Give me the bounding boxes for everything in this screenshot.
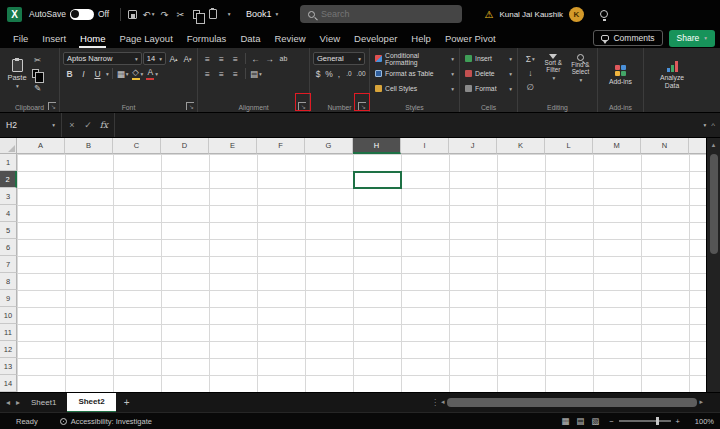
font-size-combobox[interactable]: 14 ▾ <box>143 52 166 65</box>
search-box[interactable] <box>300 5 462 23</box>
align-left-button[interactable]: ≡ <box>201 67 214 80</box>
sort-filter-button[interactable]: Sort & Filter ▾ <box>540 51 567 99</box>
column-header-m[interactable]: M <box>593 138 641 154</box>
clipboard-dialog-launcher-icon[interactable]: ↘ <box>48 102 56 110</box>
wrap-text-button[interactable]: ab <box>277 52 290 65</box>
autosave-control[interactable]: AutoSave Off <box>29 9 109 20</box>
tab-home[interactable]: Home <box>73 28 112 48</box>
align-center-button[interactable]: ≡ <box>215 67 228 80</box>
cut-button[interactable]: ✂ <box>31 53 44 66</box>
prev-sheet-arrow-icon[interactable]: ◂ <box>6 398 10 407</box>
scroll-right-arrow-icon[interactable]: ▸ <box>699 398 703 406</box>
clipboard-button[interactable] <box>205 5 220 23</box>
cut-button[interactable]: ✂ <box>173 5 188 23</box>
decrease-font-button[interactable]: A▾ <box>181 52 194 65</box>
horizontal-scroll-thumb[interactable] <box>447 398 698 407</box>
comments-button[interactable]: Comments <box>593 30 662 46</box>
tab-view[interactable]: View <box>313 28 347 48</box>
increase-decimal-button[interactable]: .0 <box>344 67 354 80</box>
tab-formulas[interactable]: Formulas <box>180 28 234 48</box>
delete-cells-button[interactable]: Delete ▾ <box>463 66 514 81</box>
accessibility-status[interactable]: Accessibility: Investigate <box>60 417 152 426</box>
decrease-indent-button[interactable]: ← <box>249 52 262 65</box>
tab-file[interactable]: File <box>6 28 35 48</box>
column-header-g[interactable]: G <box>305 138 353 154</box>
clear-button[interactable]: ∅ <box>521 80 540 93</box>
zoom-out-button[interactable]: − <box>609 417 613 426</box>
copy-button[interactable] <box>189 5 204 23</box>
conditional-formatting-button[interactable]: Conditional Formatting ▾ <box>373 51 456 66</box>
share-button[interactable]: Share ▾ <box>669 30 715 47</box>
undo-button[interactable]: ↶▾ <box>141 5 156 23</box>
decrease-decimal-button[interactable]: .00 <box>355 67 367 80</box>
column-header-l[interactable]: L <box>545 138 593 154</box>
tab-page-layout[interactable]: Page Layout <box>112 28 179 48</box>
italic-button[interactable]: I <box>77 67 90 80</box>
percent-style-button[interactable]: % <box>324 67 334 80</box>
insert-cells-button[interactable]: Insert ▾ <box>463 51 514 66</box>
column-header-e[interactable]: E <box>209 138 257 154</box>
cell-styles-button[interactable]: Cell Styles ▾ <box>373 81 456 96</box>
scroll-left-arrow-icon[interactable]: ◂ <box>441 398 445 406</box>
scroll-up-arrow-icon[interactable]: ▲ <box>707 138 720 152</box>
horizontal-scrollbar[interactable]: ⋮ ◂ ▸ <box>428 392 706 412</box>
format-cells-button[interactable]: Format ▾ <box>463 81 514 96</box>
borders-button[interactable]: ▦▾ <box>116 67 130 80</box>
excel-logo-icon[interactable]: X <box>7 7 22 22</box>
column-header-d[interactable]: D <box>161 138 209 154</box>
warning-icon[interactable]: ⚠ <box>484 9 493 20</box>
middle-align-button[interactable]: ≡ <box>215 52 228 65</box>
row-header-10[interactable]: 10 <box>0 307 17 324</box>
vertical-scrollbar[interactable]: ▲ <box>706 138 720 392</box>
selected-cell-h2[interactable] <box>353 171 402 189</box>
tab-insert[interactable]: Insert <box>35 28 73 48</box>
addins-button[interactable]: Add-ins <box>601 51 640 99</box>
enter-formula-button[interactable]: ✓ <box>80 120 96 130</box>
normal-view-icon[interactable]: ▦ <box>561 416 569 426</box>
workbook-title[interactable]: Book1 ▾ <box>246 9 278 19</box>
column-header-n[interactable]: N <box>641 138 689 154</box>
sheet-cells[interactable] <box>17 154 706 392</box>
formula-input[interactable] <box>115 113 702 137</box>
number-format-combobox[interactable]: General ▾ <box>313 52 365 65</box>
user-name[interactable]: Kunal Jai Kaushik <box>499 10 563 19</box>
splitter-dots-icon[interactable]: ⋮ <box>431 398 439 407</box>
tab-review[interactable]: Review <box>267 28 312 48</box>
font-color-button[interactable]: A ▾ <box>145 67 159 80</box>
zoom-level[interactable]: 100% <box>690 417 714 426</box>
new-sheet-button[interactable]: + <box>124 397 130 408</box>
comma-style-button[interactable]: , <box>335 67 343 80</box>
row-header-8[interactable]: 8 <box>0 273 17 290</box>
analyze-data-button[interactable]: Analyze Data <box>647 51 697 99</box>
sheet-tab-sheet2-active[interactable]: Sheet2 <box>67 393 115 413</box>
avatar[interactable]: K <box>569 7 584 22</box>
top-align-button[interactable]: ≡ <box>201 52 214 65</box>
bold-button[interactable]: B <box>63 67 76 80</box>
autosave-toggle[interactable] <box>70 9 94 20</box>
column-header-h-selected[interactable]: H <box>353 138 401 154</box>
column-header-j[interactable]: J <box>449 138 497 154</box>
zoom-slider[interactable] <box>619 420 671 422</box>
customize-qat-button[interactable]: ▾ <box>221 5 236 23</box>
row-header-13[interactable]: 13 <box>0 358 17 375</box>
paste-button[interactable]: Paste ▾ <box>3 51 31 97</box>
sheet-tab-sheet1[interactable]: Sheet1 <box>20 393 67 413</box>
name-box[interactable]: H2 ▾ <box>0 113 62 137</box>
find-select-button[interactable]: Find & Select ▾ <box>567 51 594 99</box>
increase-font-button[interactable]: A▴ <box>167 52 180 65</box>
autosum-button[interactable]: Σ▾ <box>521 52 540 65</box>
column-header-f[interactable]: F <box>257 138 305 154</box>
row-header-12[interactable]: 12 <box>0 341 17 358</box>
select-all-corner[interactable] <box>0 138 17 154</box>
row-header-9[interactable]: 9 <box>0 290 17 307</box>
zoom-in-button[interactable]: + <box>676 417 680 426</box>
row-header-4[interactable]: 4 <box>0 205 17 222</box>
insert-function-button[interactable]: fx <box>96 120 112 130</box>
column-header-c[interactable]: C <box>113 138 161 154</box>
font-dialog-launcher-icon[interactable]: ↘ <box>186 102 194 110</box>
format-as-table-button[interactable]: Format as Table ▾ <box>373 66 456 81</box>
bottom-align-button[interactable]: ≡ <box>229 52 242 65</box>
row-header-3[interactable]: 3 <box>0 188 17 205</box>
increase-indent-button[interactable]: → <box>263 52 276 65</box>
accounting-format-button[interactable]: $ <box>313 67 323 80</box>
